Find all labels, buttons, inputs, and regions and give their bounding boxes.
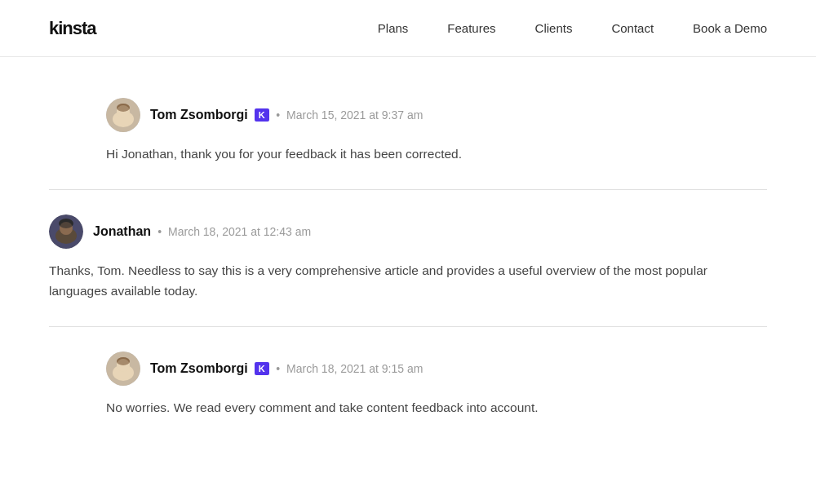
avatar-tom-2 [106,351,140,386]
logo[interactable]: Kinsta [49,18,96,39]
main-nav: Plans Features Clients Contact Book a De… [378,21,767,35]
nav-plans[interactable]: Plans [378,21,409,35]
dot-sep-2: • [157,225,162,238]
comment-header-1: Tom Zsomborgi K • March 15, 2021 at 9:37… [106,98,767,132]
comment-3: Tom Zsomborgi K • March 18, 2021 at 9:15… [49,327,767,443]
avatar-jonathan [49,214,83,249]
site-header: Kinsta Plans Features Clients Contact Bo… [0,0,816,57]
comment-meta-1: Tom Zsomborgi K • March 15, 2021 at 9:37… [150,108,423,122]
svg-point-14 [117,359,130,372]
avatar-tom-1 [106,98,140,132]
nav-features[interactable]: Features [447,21,495,35]
comment-date-1: March 15, 2021 at 9:37 am [286,108,423,122]
comment-1: Tom Zsomborgi K • March 15, 2021 at 9:37… [49,73,767,190]
dot-sep-1: • [276,108,280,122]
nav-book-demo[interactable]: Book a Demo [693,21,767,35]
comment-header-2: Jonathan • March 18, 2021 at 12:43 am [49,214,767,249]
comment-date-3: March 18, 2021 at 9:15 am [286,362,423,375]
svg-point-9 [60,222,73,235]
comment-body-2: Thanks, Tom. Needless to say this is a v… [49,260,767,302]
comment-body-3: No worries. We read every comment and ta… [106,397,767,418]
author-name-2: Jonathan [93,224,151,239]
dot-sep-3: • [276,362,280,375]
comment-header-3: Tom Zsomborgi K • March 18, 2021 at 9:15… [106,351,767,386]
comment-date-2: March 18, 2021 at 12:43 am [168,225,311,238]
kinsta-badge-1: K [255,108,269,122]
comment-meta-2: Jonathan • March 18, 2021 at 12:43 am [93,224,311,239]
comment-meta-3: Tom Zsomborgi K • March 18, 2021 at 9:15… [150,361,423,376]
author-name-1: Tom Zsomborgi [150,108,248,122]
author-name-3: Tom Zsomborgi [150,361,248,376]
svg-point-4 [117,105,130,118]
comment-body-1: Hi Jonathan, thank you for your feedback… [106,144,767,165]
kinsta-badge-3: K [255,362,269,375]
comment-2: Jonathan • March 18, 2021 at 12:43 am Th… [49,190,767,327]
nav-clients[interactable]: Clients [535,21,573,35]
main-content: Tom Zsomborgi K • March 15, 2021 at 9:37… [0,57,816,475]
nav-contact[interactable]: Contact [611,21,654,35]
